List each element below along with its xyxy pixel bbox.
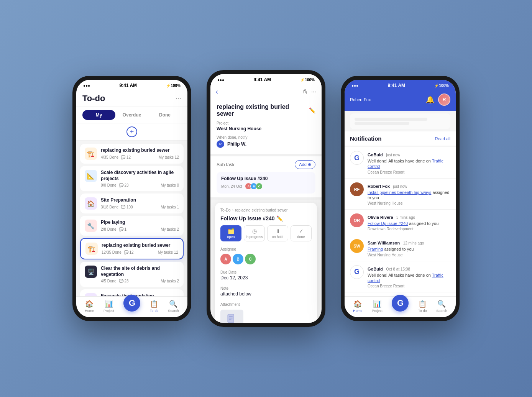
add-subtask-button[interactable]: Add ⊕	[295, 160, 315, 169]
todo-meta-highlighted: 12/35 Done 💬 12 My tasks 12	[102, 250, 178, 254]
todo-icon-nav-3: 📋	[418, 300, 427, 308]
edit-icon-main[interactable]: ✏️	[309, 107, 315, 113]
task-project-field: Project West Nursing House	[217, 121, 315, 131]
add-task-button[interactable]: +	[126, 126, 137, 137]
gobuid-logo-4: G	[350, 265, 364, 279]
todo-icon-nav-1: 📋	[150, 300, 158, 308]
back-button[interactable]: ‹	[216, 88, 218, 96]
snippet-line-2	[355, 122, 409, 125]
task-detail-nav: ‹ ⎙ ···	[210, 84, 322, 99]
task-detail-main: replacing existing buried sewer ✏️ Proje…	[210, 99, 322, 156]
todo-icon-clear: 🖥️	[85, 266, 97, 278]
bottom-nav-3: 🏠 Home 📊 Project G 📋 To-do 🔍 Search	[345, 296, 456, 317]
tab-overdue[interactable]: Overdue	[115, 110, 148, 120]
followup-title: Follow Up issue #240 ✏️	[220, 215, 312, 221]
breadcrumb: To-Do › replacing existing buried sewer	[220, 208, 312, 212]
bell-icon[interactable]: 🔔	[426, 95, 434, 104]
todo-icon-excavate: ⛏️	[85, 293, 97, 296]
todo-item-scale[interactable]: 📐 Scale discovery activities in agile pr…	[80, 166, 184, 191]
attachment-thumbnail[interactable]	[220, 310, 243, 323]
nav-search-1[interactable]: 🔍 Search	[168, 300, 179, 313]
page-title-1: To-do	[82, 94, 105, 103]
done-count-highlighted: 12/35 Done	[102, 250, 122, 254]
status-open[interactable]: 🗂️ open	[220, 225, 241, 241]
home-icon-1: 🏠	[85, 300, 94, 308]
todo-icon-pipe: 🔧	[85, 220, 97, 232]
notif-item-3[interactable]: SW Sam Williamson 12 mins ago Framing as…	[345, 235, 456, 261]
notif-content-1: Robert Fox just now install pipelines be…	[368, 182, 450, 206]
svg-rect-2	[229, 318, 233, 318]
todo-title-pipe: Pipe laying	[101, 220, 179, 226]
edit-icon-followup[interactable]: ✏️	[276, 215, 283, 221]
note-label: Note	[220, 286, 228, 290]
status-on-hold[interactable]: ⏸ on hold	[267, 225, 288, 241]
project-icon-1: 📊	[105, 300, 113, 308]
notif-sub-4: Ocean Breeze Resort	[368, 284, 450, 288]
notif-link-3[interactable]: Framing	[368, 247, 383, 251]
subtask-av-3: C	[256, 183, 263, 190]
status-bar-3: ●●● 9:41 AM ⚡100%	[345, 80, 456, 90]
notif-item-0[interactable]: G GoBuid just now Well done! All tasks h…	[345, 147, 456, 179]
bottom-nav-1: 🏠 Home 📊 Project G 📋 To-do 🔍 Search	[76, 296, 187, 317]
todo-title-highlighted: replacing existing buried sewer	[102, 243, 178, 249]
nav-todo-label-1: To-do	[150, 309, 159, 313]
time-3: 9:41 AM	[388, 83, 405, 88]
menu-icon-1[interactable]: ···	[176, 95, 181, 103]
nav-fab-1[interactable]: G	[123, 295, 140, 312]
notif-item-2[interactable]: OR Olivia Rivera 3 mins ago Follow Up is…	[345, 210, 456, 235]
notif-time-3: 12 mins ago	[403, 241, 424, 245]
project-value: West Nursing House	[217, 126, 315, 131]
user-avatar[interactable]: R	[438, 94, 450, 106]
todo-item-highlighted[interactable]: 🏗️ replacing existing buried sewer 12/35…	[80, 238, 184, 259]
subtask-item[interactable]: Follow Up issue #240 Mon, 24 Oct A B C	[217, 172, 315, 194]
more-icon[interactable]: ···	[311, 89, 316, 95]
nav-search-3[interactable]: 🔍 Search	[436, 300, 447, 313]
todo-title-scale: Scale discovery activities in agile proj…	[101, 170, 179, 182]
notif-item-1[interactable]: RF Robert Fox just now install pipelines…	[345, 179, 456, 210]
nav-home-1[interactable]: 🏠 Home	[85, 300, 94, 313]
todo-content-scale: Scale discovery activities in agile proj…	[101, 170, 179, 187]
notif-text-2: Follow Up issue #240 assigned to you	[368, 221, 450, 226]
assignee-av-2: B	[233, 254, 243, 264]
todo-item-site[interactable]: 🏠 Site Preparation 3/18 Done 💬 100 My ta…	[80, 194, 184, 213]
status-done[interactable]: ✓ done	[291, 225, 312, 241]
todo-meta-left-sewer: 4/35 Done 💬 12	[101, 155, 131, 159]
followup-due-field: Due Date Dec 12, 2023	[220, 268, 312, 281]
phone-notifications: ●●● 9:41 AM ⚡100% Robert Fox 🔔 R Notific…	[341, 76, 460, 321]
header-user-name: Robert Fox	[350, 97, 371, 102]
nav-fab-3[interactable]: G	[392, 295, 409, 312]
todo-item-pipe[interactable]: 🔧 Pipe laying 2/8 Done 💬 1 My tasks 2	[80, 216, 184, 236]
todo-content-sewer: replacing existing buried sewer 4/35 Don…	[101, 148, 179, 159]
due-value: Dec 12, 2023	[220, 275, 312, 281]
notif-link-2[interactable]: Follow Up issue #240	[368, 221, 408, 226]
home-icon-3: 🏠	[353, 300, 362, 308]
gobuid-logo-0: G	[350, 151, 364, 165]
todo-item-sewer[interactable]: 🏗️ replacing existing buried sewer 4/35 …	[80, 144, 184, 164]
time-2: 9:41 AM	[253, 77, 271, 82]
status-in-progress[interactable]: ◷ in progress	[244, 225, 265, 241]
tab-done[interactable]: Done	[148, 110, 181, 120]
nav-project-1[interactable]: 📊 Project	[103, 300, 114, 313]
todo-icon-highlighted: 🏗️	[85, 243, 98, 255]
notif-item-4[interactable]: G GoBuid Oct 8 at 15:08 Well done! All t…	[345, 261, 456, 293]
nav-todo-1[interactable]: 📋 To-do	[150, 300, 159, 313]
nav-project-3[interactable]: 📊 Project	[372, 300, 383, 313]
read-all-button[interactable]: Read all	[435, 136, 450, 141]
nav-todo-3[interactable]: 📋 To-do	[418, 300, 427, 313]
notif-title-bar: Notification Read all	[345, 131, 456, 146]
battery-icon-1: ⚡100%	[166, 84, 181, 88]
my-tasks-pipe: My tasks 2	[161, 227, 179, 231]
project-icon-3: 📊	[373, 300, 381, 308]
todo-item-clear[interactable]: 🖥️ Clear the site of debris and vegetati…	[80, 262, 184, 287]
notif-app-header: Robert Fox 🔔 R	[345, 90, 456, 111]
done-count-site: 3/18 Done	[101, 205, 118, 209]
notif-content-3: Sam Williamson 12 mins ago Framing assig…	[368, 239, 450, 257]
todo-content-clear: Clear the site of debris and vegetation …	[101, 266, 179, 283]
tab-my[interactable]: My	[82, 110, 115, 120]
share-icon[interactable]: ⎙	[303, 89, 307, 95]
notif-link-1[interactable]: install pipelines beneath highways	[368, 190, 431, 195]
notif-sender-2: Olivia Rivera	[368, 215, 393, 220]
nav-home-3[interactable]: 🏠 Home	[353, 300, 362, 313]
notif-avatar-1: RF	[350, 182, 364, 196]
time-1: 9:41 AM	[119, 83, 137, 88]
